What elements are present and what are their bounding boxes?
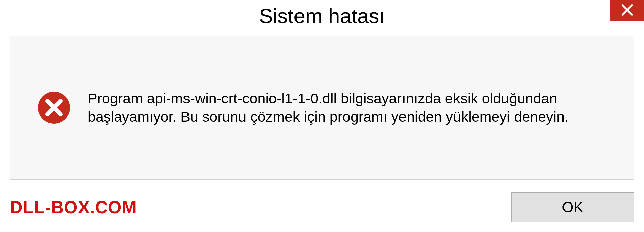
error-icon (37, 91, 71, 124)
dialog-body: Program api-ms-win-crt-conio-l1-1-0.dll … (10, 36, 634, 180)
dialog-message: Program api-ms-win-crt-conio-l1-1-0.dll … (88, 89, 607, 126)
close-button[interactable] (610, 0, 644, 21)
dialog-footer: DLL-BOX.COM OK (10, 192, 634, 222)
close-icon (620, 3, 635, 19)
watermark-text: DLL-BOX.COM (10, 197, 137, 217)
ok-button[interactable]: OK (511, 192, 634, 222)
title-bar: Sistem hatası (0, 0, 644, 32)
dialog-title: Sistem hatası (259, 4, 385, 28)
